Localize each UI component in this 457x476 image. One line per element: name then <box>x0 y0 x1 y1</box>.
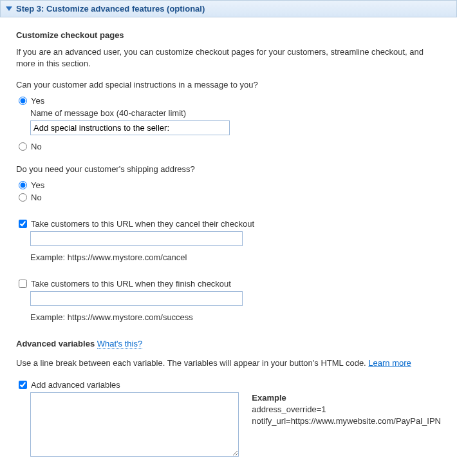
add-advanced-checkbox[interactable] <box>19 381 27 389</box>
shipping-no-label: No <box>31 193 42 202</box>
finish-url-input[interactable] <box>30 291 243 306</box>
shipping-yes-label: Yes <box>31 180 44 190</box>
finish-url-example: Example: https://www.mystore.com/success <box>30 312 441 322</box>
instructions-no-radio[interactable] <box>19 142 27 151</box>
add-advanced-label: Add advanced variables <box>31 380 120 390</box>
whats-this-link[interactable]: What's this? <box>97 339 142 349</box>
cancel-url-checkbox[interactable] <box>19 220 27 228</box>
shipping-yes-radio[interactable] <box>19 181 27 189</box>
instructions-yes-row: Yes <box>19 96 441 106</box>
shipping-no-row: No <box>19 193 441 202</box>
instructions-no-row: No <box>19 142 441 151</box>
learn-more-link[interactable]: Learn more <box>368 358 411 368</box>
example-line-2: notify_url=https://www.mywebsite.com/Pay… <box>252 416 441 426</box>
example-line-1: address_override=1 <box>252 405 326 414</box>
advanced-vars-area: Example address_override=1 notify_url=ht… <box>16 392 441 457</box>
step-title: Step 3: Customize advanced features (opt… <box>16 4 205 14</box>
cancel-url-row: Take customers to this URL when they can… <box>19 219 441 229</box>
finish-url-checkbox[interactable] <box>19 280 27 288</box>
message-box-config: Name of message box (40-character limit) <box>30 108 441 135</box>
instructions-yes-label: Yes <box>31 96 44 106</box>
advanced-example-block: Example address_override=1 notify_url=ht… <box>252 392 441 428</box>
example-title: Example <box>252 392 441 404</box>
advanced-variables-title: Advanced variables <box>16 339 95 348</box>
question-instructions: Can your customer add special instructio… <box>16 80 441 90</box>
advanced-variables-textarea[interactable] <box>30 392 239 457</box>
cancel-url-input[interactable] <box>30 231 243 246</box>
shipping-no-radio[interactable] <box>19 193 27 202</box>
collapse-triangle-icon <box>6 6 12 11</box>
finish-url-row: Take customers to this URL when they fin… <box>19 279 441 289</box>
cancel-url-example: Example: https://www.mystore.com/cancel <box>30 252 441 262</box>
finish-url-label: Take customers to this URL when they fin… <box>31 279 231 289</box>
message-box-input[interactable] <box>30 120 230 135</box>
instructions-yes-radio[interactable] <box>19 97 27 105</box>
question-shipping: Do you need your customer's shipping add… <box>16 164 441 174</box>
advanced-intro: Use a line break between each variable. … <box>16 357 441 369</box>
step-content: Customize checkout pages If you are an a… <box>0 17 457 473</box>
message-box-label: Name of message box (40-character limit) <box>30 108 441 118</box>
add-advanced-row: Add advanced variables <box>19 380 441 390</box>
checkout-intro: If you are an advanced user, you can cus… <box>16 46 441 70</box>
checkout-section-title: Customize checkout pages <box>16 30 441 40</box>
step-header[interactable]: Step 3: Customize advanced features (opt… <box>0 0 457 17</box>
advanced-intro-text: Use a line break between each variable. … <box>16 358 368 368</box>
instructions-no-label: No <box>31 142 42 151</box>
shipping-yes-row: Yes <box>19 180 441 190</box>
cancel-url-label: Take customers to this URL when they can… <box>31 219 254 229</box>
